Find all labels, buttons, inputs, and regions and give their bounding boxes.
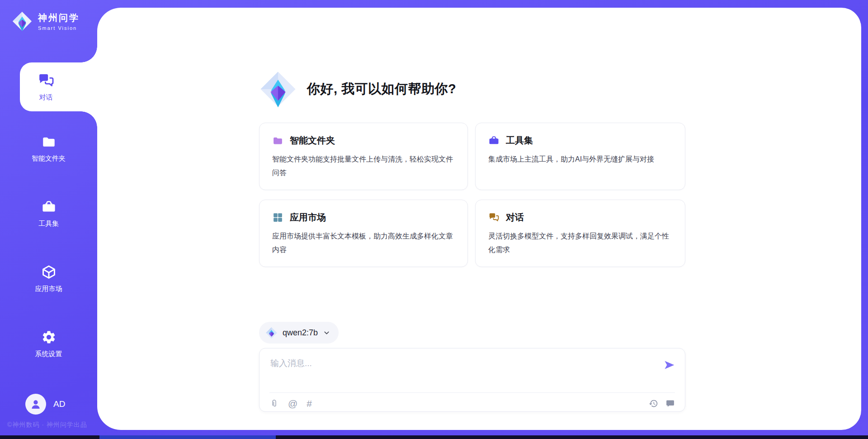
card-title: 应用市场	[290, 211, 326, 224]
sidebar-item-toolset[interactable]: 工具集	[0, 199, 97, 228]
sidebar-item-smart-folder[interactable]: 智能文件夹	[0, 134, 97, 163]
user-name: AD	[53, 399, 65, 409]
card-title: 工具集	[506, 134, 533, 147]
composer-divider	[269, 392, 675, 393]
sidebar-item-label: 工具集	[38, 220, 59, 228]
person-icon	[29, 398, 42, 410]
cube-icon	[41, 264, 57, 280]
paperclip-icon[interactable]	[269, 399, 279, 408]
user-profile[interactable]: AD	[25, 394, 65, 415]
model-name: qwen2:7b	[283, 328, 318, 338]
sidebar-item-label: 对话	[39, 93, 53, 102]
hash-icon[interactable]: #	[307, 399, 312, 408]
sidebar-item-label: 应用市场	[35, 285, 62, 293]
card-smart-folder[interactable]: 智能文件夹 智能文件夹功能支持批量文件上传与清洗，轻松实现文件问答	[259, 123, 468, 190]
sidebar-item-settings[interactable]: 系统设置	[0, 329, 97, 358]
sidebar-item-app-market[interactable]: 应用市场	[0, 264, 97, 293]
card-description: 智能文件夹功能支持批量文件上传与清洗，轻松实现文件问答	[272, 153, 455, 180]
feature-cards: 智能文件夹 智能文件夹功能支持批量文件上传与清洗，轻松实现文件问答 工具集 集成…	[259, 123, 685, 267]
greeting: 你好, 我可以如何帮助你?	[259, 70, 456, 108]
avatar	[25, 394, 46, 415]
card-app-market[interactable]: 应用市场 应用市场提供丰富长文本模板，助力高效生成多样化文章内容	[259, 200, 468, 267]
brand-name: 神州问学	[38, 12, 80, 24]
briefcase-icon	[41, 199, 57, 215]
greeting-title: 你好, 我可以如何帮助你?	[307, 80, 456, 98]
message-composer: @ #	[259, 348, 685, 412]
card-title: 对话	[506, 211, 524, 224]
model-diamond-icon	[265, 327, 278, 339]
card-description: 集成市场上主流工具，助力AI与外界无缝扩展与对接	[488, 153, 672, 166]
card-title: 智能文件夹	[290, 134, 335, 147]
card-toolset[interactable]: 工具集 集成市场上主流工具，助力AI与外界无缝扩展与对接	[475, 123, 685, 190]
bottom-edge-highlight	[99, 435, 276, 439]
grid-icon	[272, 212, 283, 223]
message-square-icon[interactable]	[665, 399, 675, 408]
sidebar-item-chat[interactable]: 对话	[20, 62, 97, 111]
sidebar-item-label: 智能文件夹	[32, 154, 66, 163]
folder-icon	[41, 134, 57, 149]
app-logo-diamond-icon	[259, 70, 297, 108]
main-panel: 你好, 我可以如何帮助你? 智能文件夹 智能文件夹功能支持批量文件上传与清洗，轻…	[97, 8, 861, 430]
sidebar: 神州问学 Smart Vision 对话 智能文件夹 工具集 应用市场	[0, 0, 97, 439]
card-description: 灵活切换多模型文件，支持多样回复效果调试，满足个性化需求	[488, 229, 672, 257]
folder-icon	[272, 135, 283, 146]
chat-icon	[488, 212, 500, 223]
brand-subtitle: Smart Vision	[38, 25, 80, 31]
send-icon[interactable]	[663, 359, 675, 371]
at-icon[interactable]: @	[288, 399, 297, 408]
message-input[interactable]	[259, 348, 648, 383]
briefcase-icon	[488, 135, 500, 146]
gear-icon	[41, 329, 57, 345]
history-icon[interactable]	[649, 399, 658, 408]
copyright-footer: ©神州数码 · 神州问学出品	[7, 421, 87, 429]
brand-diamond-icon	[12, 11, 33, 32]
card-chat[interactable]: 对话 灵活切换多模型文件，支持多样回复效果调试，满足个性化需求	[475, 200, 685, 267]
sidebar-item-label: 系统设置	[35, 350, 62, 358]
brand-logo: 神州问学 Smart Vision	[12, 11, 80, 32]
bottom-edge-bar	[0, 435, 868, 439]
card-description: 应用市场提供丰富长文本模板，助力高效生成多样化文章内容	[272, 229, 455, 257]
model-selector[interactable]: qwen2:7b	[259, 322, 339, 344]
chat-icon	[38, 72, 55, 89]
chevron-down-icon	[323, 329, 330, 337]
